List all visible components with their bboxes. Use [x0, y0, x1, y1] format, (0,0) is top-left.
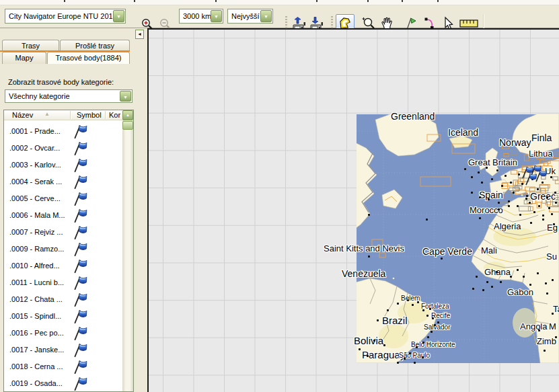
map-product-select[interactable]: City Navigator Europe NTU 2012.3 ▼	[5, 9, 126, 24]
waypoint-dot	[434, 324, 436, 326]
waypoint-row[interactable]: .0002 - Ovcar...	[4, 140, 122, 157]
waypoint-dot	[498, 202, 500, 204]
waypoint-row[interactable]: .0019 - Osada...	[4, 375, 122, 391]
collapse-panel-button[interactable]: ◄	[135, 30, 144, 39]
map-label: Lithua	[529, 149, 552, 159]
waypoint-dot	[526, 195, 528, 197]
map-label: M	[549, 321, 556, 331]
tab-trasove-body[interactable]: Trasové body(1884)	[47, 52, 130, 64]
waypoint-flag-icon	[71, 191, 87, 206]
sort-ascending-icon: ▲	[44, 111, 50, 117]
waypoint-dot	[537, 188, 539, 190]
waypoint-dot	[542, 219, 544, 221]
waypoint-name: .0011 - Lucni b...	[9, 278, 64, 286]
waypoint-flag-icon	[71, 225, 87, 240]
map-detail-select[interactable]: Nejvyšší ▼	[227, 9, 273, 24]
scroll-up-button[interactable]: ▲	[122, 110, 133, 120]
column-separator[interactable]	[105, 111, 106, 119]
waypoint-dot	[429, 308, 431, 310]
waypoint-flag-icon	[71, 325, 87, 341]
waypoint-row[interactable]: .0011 - Lucni b...	[4, 274, 122, 291]
menu-bar-remnant	[0, 0, 559, 5]
waypoint-row[interactable]: .0003 - Karlov...	[4, 157, 122, 173]
waypoint-dot	[409, 352, 411, 354]
waypoint-row[interactable]: .0001 - Prade...	[4, 123, 122, 140]
waypoint-row[interactable]: .0004 - Serak ...	[4, 173, 122, 190]
column-header-kor[interactable]: Kor	[109, 111, 120, 119]
ruler-icon	[459, 17, 478, 30]
tab-trasy[interactable]: Trasy	[2, 40, 59, 51]
waypoint-row[interactable]: .0010 - Alfred...	[4, 258, 122, 274]
waypoint-dot	[544, 350, 546, 352]
list-scrollbar[interactable]: ▲	[122, 110, 133, 391]
waypoint-dot	[552, 313, 554, 315]
waypoint-dot	[437, 321, 439, 323]
waypoint-list: .0001 - Prade... .0002 - Ovcar... .0003 …	[4, 120, 122, 391]
map-label: Iceland	[448, 127, 478, 138]
map-scale-select[interactable]: 3000 km ▼	[179, 9, 223, 24]
column-header-name[interactable]: Název	[12, 111, 33, 119]
waypoint-listbox: Název ▲ Symbol Kor .0001 - Prade... .000…	[3, 110, 134, 392]
waypoint-dot	[498, 208, 500, 210]
waypoint-dot	[472, 288, 474, 290]
waypoint-row[interactable]: .0012 - Chata ...	[4, 291, 122, 308]
waypoint-dot	[368, 214, 370, 216]
tab-label: Prošlé trasy	[75, 42, 114, 50]
waypoint-dot	[431, 331, 433, 333]
waypoint-flag-icon	[71, 258, 87, 274]
column-header-symbol[interactable]: Symbol	[77, 111, 102, 119]
category-filter-select[interactable]: Všechny kategorie ▼	[5, 89, 133, 103]
waypoint-row[interactable]: .0005 - Cerve...	[4, 190, 122, 207]
waypoint-dot	[529, 284, 531, 286]
waypoint-dot	[538, 205, 540, 207]
scroll-thumb[interactable]	[122, 121, 133, 130]
waypoint-dot	[523, 276, 525, 278]
waypoint-dot	[538, 329, 540, 331]
list-header: Název ▲ Symbol Kor	[4, 110, 133, 120]
map-label: Zimb	[537, 336, 556, 346]
waypoint-flag-icon	[71, 157, 87, 173]
column-separator[interactable]	[70, 111, 71, 119]
map-label: Brazil	[382, 315, 408, 326]
waypoint-row[interactable]: .0017 - Janske...	[4, 342, 122, 358]
waypoint-dot	[551, 213, 553, 215]
map-label: Spain	[479, 190, 503, 200]
chevron-down-icon[interactable]: ▼	[120, 91, 131, 102]
chevron-down-icon[interactable]: ▼	[260, 10, 272, 22]
map-label: Bolivia	[354, 335, 383, 346]
map-detail-value: Nejvyšší	[231, 12, 260, 20]
waypoint-flag-icon	[71, 376, 87, 391]
tab-mapy[interactable]: Mapy	[2, 52, 46, 64]
waypoint-dot	[412, 304, 414, 306]
waypoint-dot	[486, 167, 488, 169]
waypoint-flag-icon	[71, 124, 87, 139]
map-label: Venezuela	[342, 268, 385, 279]
map-scale-value: 3000 km	[183, 12, 211, 20]
waypoint-row[interactable]: .0015 - Spindl...	[4, 308, 122, 325]
waypoint-flag-icon	[71, 309, 87, 324]
waypoint-dot	[505, 175, 507, 177]
waypoint-dot	[359, 348, 361, 350]
waypoint-dot	[417, 301, 419, 303]
waypoint-row[interactable]: .0009 - Ramzo...	[4, 241, 122, 258]
waypoint-name: .0005 - Cerve...	[9, 194, 61, 202]
waypoint-row[interactable]: .0007 - Rejviz ...	[4, 224, 122, 241]
waypoint-dot	[471, 176, 473, 178]
chevron-down-icon[interactable]: ▼	[113, 10, 124, 22]
map-label: Mali	[481, 245, 497, 256]
chevron-down-icon[interactable]: ▼	[211, 10, 222, 22]
map-waypoint-flag-icon	[523, 172, 537, 186]
waypoint-dot	[491, 178, 493, 180]
waypoint-dot	[414, 362, 416, 364]
waypoint-row[interactable]: .0006 - Mala M...	[4, 207, 122, 224]
map-canvas[interactable]: GreenlandIcelandNorwayFinlaGreat Britain…	[147, 28, 559, 392]
map-label: Su	[546, 251, 557, 262]
map-label: Norway	[499, 137, 531, 148]
waypoint-row[interactable]: .0016 - Pec po...	[4, 325, 122, 342]
waypoint-dot	[510, 182, 512, 184]
waypoint-dot	[552, 279, 554, 281]
map-label: Gabon	[507, 287, 533, 297]
waypoint-row[interactable]: .0018 - Cerna ...	[4, 358, 122, 375]
tab-prosle-trasy[interactable]: Prošlé trasy	[60, 40, 130, 51]
waypoint-flag-icon	[71, 359, 87, 375]
